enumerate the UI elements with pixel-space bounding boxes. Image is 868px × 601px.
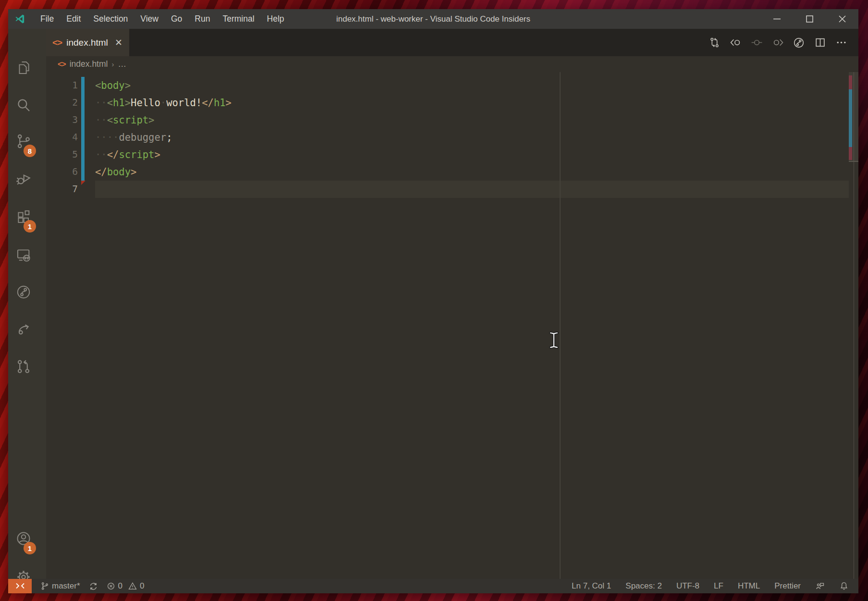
timeline-session-icon[interactable] [15,284,32,300]
remote-explorer-icon[interactable] [15,247,32,263]
code-line[interactable]: 3··<script> [46,111,858,129]
sync-status[interactable] [89,582,98,591]
overview-ruler-mark [849,147,852,160]
breadcrumb-file[interactable]: index.html [70,59,108,69]
menu-view[interactable]: View [134,9,165,29]
code-text: </body> [95,163,136,181]
chevron-right-icon: › [111,60,114,68]
code-line[interactable]: 4····debugger; [46,129,858,146]
error-count: 0 [118,581,122,591]
open-changes-icon[interactable] [704,32,725,53]
line-number[interactable]: 5 [46,146,78,163]
extensions-badge: 1 [24,220,36,233]
close-button[interactable] [826,9,858,29]
code-line[interactable]: 6</body> [46,163,858,181]
code-text: ··</script> [95,146,160,163]
line-number[interactable]: 4 [46,129,78,146]
menu-go[interactable]: Go [165,9,188,29]
live-share-icon[interactable] [15,320,32,337]
pull-request-icon[interactable] [15,358,32,375]
code-line[interactable]: 2··<h1>Hello·world!</h1> [46,94,858,111]
tab-close-icon[interactable]: ✕ [113,36,124,49]
encoding-setting[interactable]: UTF-8 [676,581,699,591]
line-number[interactable]: 1 [46,77,78,94]
window-title: index.html - web-worker - Visual Studio … [336,14,530,24]
html-file-icon: <> [52,37,62,48]
overview-ruler-modified-mark [849,89,852,147]
line-number[interactable]: 7 [46,181,78,198]
language-mode[interactable]: HTML [738,581,760,591]
explorer-icon[interactable] [15,60,32,76]
tab-label: index.html [66,37,113,48]
breadcrumb: <> index.html › … [46,56,858,72]
menu-edit[interactable]: Edit [60,9,87,29]
code-text: ····debugger; [95,129,172,146]
branch-status[interactable]: master* [40,581,80,591]
notifications-bell-icon[interactable] [839,581,849,591]
warning-count: 0 [140,581,144,591]
code-lines: 1<body>2··<h1>Hello·world!</h1>3··<scrip… [46,77,858,198]
code-text: <body> [95,77,131,94]
remote-indicator[interactable] [8,579,32,593]
line-number[interactable]: 2 [46,94,78,111]
more-actions-icon[interactable] [831,32,852,53]
next-change-icon[interactable] [767,32,788,53]
source-control-badge: 8 [24,145,36,157]
search-icon[interactable] [15,97,32,113]
code-editor[interactable]: 1<body>2··<h1>Hello·world!</h1>3··<scrip… [46,72,858,579]
code-line[interactable]: 1<body> [46,77,858,94]
previous-change-icon[interactable] [725,32,746,53]
timeline-session-icon[interactable] [788,32,809,53]
gutter-modified-indicator[interactable] [81,77,85,181]
status-bar-right: Ln 7, Col 1 Spaces: 2 UTF-8 LF HTML Pret… [572,581,849,591]
menu-terminal[interactable]: Terminal [216,9,260,29]
accounts-badge: 1 [24,542,36,554]
title-bar: File Edit Selection View Go Run Terminal… [8,9,858,29]
formatter-status[interactable]: Prettier [774,581,801,591]
menu-selection[interactable]: Selection [87,9,134,29]
ibeam-mouse-cursor [548,331,560,350]
window-controls [760,9,858,29]
breadcrumb-symbol-ellipsis[interactable]: … [118,59,126,69]
menu-run[interactable]: Run [188,9,216,29]
vscode-insiders-logo-icon [14,13,25,25]
cursor-position[interactable]: Ln 7, Col 1 [572,581,611,591]
tab-index-html[interactable]: <> index.html ✕ [46,29,129,56]
problems-status[interactable]: 0 0 [107,581,145,591]
menu-file[interactable]: File [34,9,60,29]
code-line[interactable]: 5··</script> [46,146,858,163]
maximize-button[interactable] [793,9,826,29]
menu-help[interactable]: Help [261,9,291,29]
feedback-icon[interactable] [815,581,825,591]
current-change-icon [746,32,767,53]
branch-name: master* [52,581,80,591]
html-file-icon: <> [58,60,66,69]
indentation-setting[interactable]: Spaces: 2 [625,581,662,591]
editor-actions [704,29,852,56]
code-line[interactable]: 7 [46,181,858,198]
overview-ruler-mark [849,75,852,89]
eol-setting[interactable]: LF [714,581,723,591]
status-bar: master* 0 0 Ln 7, Col 1 Spaces: 2 UTF-8 … [8,579,858,593]
activity-bar: 8 1 [8,29,46,579]
line-number[interactable]: 3 [46,111,78,129]
code-text: ··<h1>Hello·world!</h1> [95,94,232,111]
tab-bar: <> index.html ✕ [46,29,858,56]
line-number[interactable]: 6 [46,163,78,181]
menu-bar: File Edit Selection View Go Run Terminal… [34,9,291,29]
code-text: ··<script> [95,111,154,129]
gutter-deleted-indicator[interactable] [81,181,86,185]
minimize-button[interactable] [760,9,793,29]
vscode-window: File Edit Selection View Go Run Terminal… [8,9,858,593]
run-and-debug-icon[interactable] [15,170,32,186]
split-editor-icon[interactable] [809,32,831,53]
